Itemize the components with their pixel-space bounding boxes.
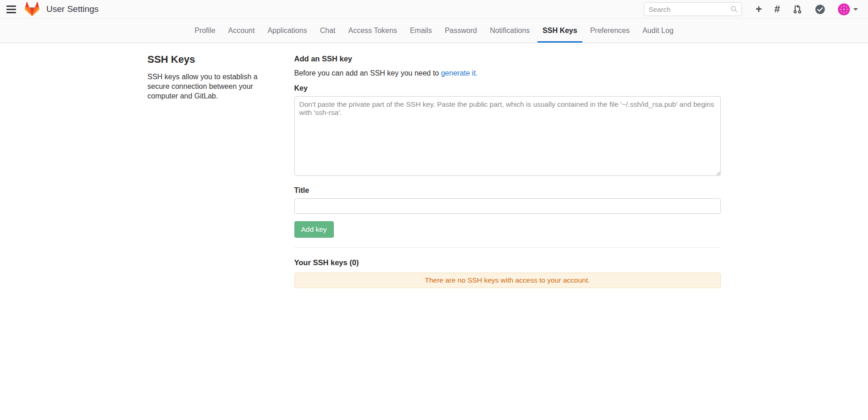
title-label: Title	[294, 186, 721, 195]
tab-access-tokens[interactable]: Access Tokens	[343, 19, 402, 43]
merge-requests-icon[interactable]	[792, 4, 802, 14]
section-description-text: SSH keys allow you to establish a secure…	[148, 72, 276, 101]
issues-hash-icon[interactable]: #	[774, 4, 780, 14]
page-title: User Settings	[46, 4, 99, 14]
top-navbar: User Settings + #	[0, 0, 868, 19]
ssh-key-textarea[interactable]	[294, 96, 721, 176]
search-icon	[730, 5, 738, 15]
search-input[interactable]	[644, 2, 742, 16]
page-header: User Settings + #	[0, 0, 868, 43]
tab-chat[interactable]: Chat	[315, 19, 341, 43]
caret-down-icon	[853, 8, 858, 11]
hamburger-menu-icon[interactable]	[4, 3, 19, 16]
your-ssh-keys-heading: Your SSH keys (0)	[294, 258, 721, 267]
new-plus-icon[interactable]: +	[756, 4, 762, 15]
generate-key-hint: Before you can add an SSH key you need t…	[294, 69, 721, 77]
tab-notifications[interactable]: Notifications	[485, 19, 535, 43]
section-description: SSH Keys SSH keys allow you to establish…	[148, 50, 294, 288]
key-label: Key	[294, 84, 721, 93]
tab-profile[interactable]: Profile	[189, 19, 220, 43]
add-ssh-key-heading: Add an SSH key	[294, 55, 721, 63]
tab-account[interactable]: Account	[223, 19, 260, 43]
user-menu[interactable]	[838, 3, 858, 16]
todos-check-icon[interactable]	[815, 4, 825, 15]
main-content: SSH Keys SSH keys allow you to establish…	[148, 43, 721, 288]
ssh-key-form-column: Add an SSH key Before you can add an SSH…	[294, 50, 721, 288]
tab-ssh-keys[interactable]: SSH Keys	[537, 19, 582, 43]
tab-audit-log[interactable]: Audit Log	[637, 19, 679, 43]
settings-tabs: Profile Account Applications Chat Access…	[0, 19, 868, 43]
hint-text: Before you can add an SSH key you need t…	[294, 69, 439, 77]
empty-keys-alert: There are no SSH keys with access to you…	[294, 273, 721, 288]
tab-preferences[interactable]: Preferences	[585, 19, 635, 43]
tab-applications[interactable]: Applications	[262, 19, 312, 43]
section-heading: SSH Keys	[148, 54, 276, 65]
key-title-input[interactable]	[294, 198, 721, 214]
section-divider	[294, 247, 721, 248]
add-key-button[interactable]: Add key	[294, 221, 334, 238]
gitlab-logo[interactable]	[24, 2, 40, 17]
avatar[interactable]	[838, 3, 850, 16]
tab-password[interactable]: Password	[440, 19, 482, 43]
tab-emails[interactable]: Emails	[405, 19, 437, 43]
generate-it-link[interactable]: generate it.	[441, 69, 478, 77]
